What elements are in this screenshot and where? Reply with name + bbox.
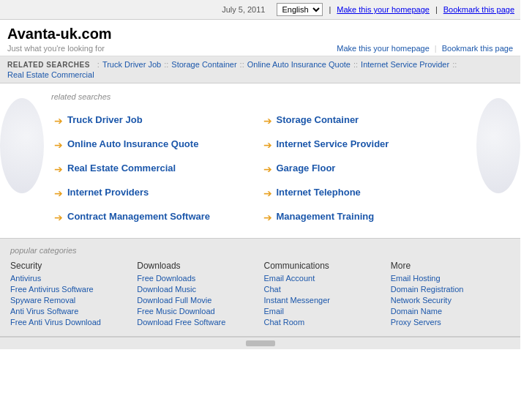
cat-link-email-hosting[interactable]: Email Hosting xyxy=(391,274,510,283)
related-bar-link-0[interactable]: Truck Driver Job xyxy=(102,60,161,69)
list-item: ➔ Truck Driver Job xyxy=(51,108,261,133)
popular-label: popular categories xyxy=(10,246,510,255)
list-item: ➔ Online Auto Insurance Quote xyxy=(51,133,261,157)
top-bar-sep: | xyxy=(329,5,331,14)
search-link-truck-driver-job[interactable]: Truck Driver Job xyxy=(67,114,143,125)
popular-categories-section: popular categories Security Antivirus Fr… xyxy=(0,238,520,337)
cat-link-free-anti-virus-dl[interactable]: Free Anti Virus Download xyxy=(10,318,130,327)
arrow-icon: ➔ xyxy=(54,212,63,223)
date-label: July 5, 2011 xyxy=(222,5,265,14)
list-item: ➔ Internet Providers xyxy=(51,181,261,205)
cat-link-chat-room[interactable]: Chat Room xyxy=(264,318,383,327)
related-searches-label: related searches xyxy=(51,92,469,101)
list-item: ➔ Management Training xyxy=(261,205,470,229)
cat-link-network-security[interactable]: Network Security xyxy=(391,296,510,305)
arrow-icon: ➔ xyxy=(54,187,63,199)
language-select[interactable]: English xyxy=(277,3,323,16)
arrow-icon: ➔ xyxy=(263,187,272,199)
top-bar-sep2: | xyxy=(435,5,438,14)
header: Avanta-uk.com Just what you're looking f… xyxy=(0,20,520,56)
category-downloads: Downloads Free Downloads Download Music … xyxy=(137,261,256,329)
search-link-real-estate[interactable]: Real Estate Commercial xyxy=(67,163,176,174)
cat-link-email-account[interactable]: Email Account xyxy=(264,274,383,283)
right-circle xyxy=(476,98,520,193)
related-bar-link-4[interactable]: Real Estate Commercial xyxy=(7,70,94,79)
cat-link-proxy-servers[interactable]: Proxy Servers xyxy=(391,318,510,327)
left-circle xyxy=(0,98,44,193)
homepage-link-header[interactable]: Make this your homepage xyxy=(337,44,430,53)
category-security: Security Antivirus Free Antivirus Softwa… xyxy=(10,261,130,329)
site-subtitle: Just what you're looking for xyxy=(7,44,112,53)
cat-link-chat[interactable]: Chat xyxy=(264,285,383,294)
related-bar-link-2[interactable]: Online Auto Insurance Quote xyxy=(247,60,351,69)
list-item: ➔ Real Estate Commercial xyxy=(51,157,261,181)
left-decoration xyxy=(0,83,44,238)
header-left: Avanta-uk.com Just what you're looking f… xyxy=(7,26,112,53)
site-title: Avanta-uk.com xyxy=(7,26,112,42)
related-bar-link-1[interactable]: Storage Container xyxy=(171,60,236,69)
cat-link-domain-registration[interactable]: Domain Registration xyxy=(391,285,510,294)
list-item: ➔ Contract Management Software xyxy=(51,205,261,229)
cat-link-free-music-dl[interactable]: Free Music Download xyxy=(137,307,256,316)
related-bar-link-3[interactable]: Internet Service Provider xyxy=(361,60,449,69)
search-link-auto-insurance[interactable]: Online Auto Insurance Quote xyxy=(67,138,198,149)
arrow-icon: ➔ xyxy=(263,212,272,223)
search-link-contract-mgmt[interactable]: Contract Management Software xyxy=(67,211,210,222)
cat-title-security: Security xyxy=(10,261,130,271)
cat-link-free-antivirus[interactable]: Free Antivirus Software xyxy=(10,285,130,294)
search-link-mgmt-training[interactable]: Management Training xyxy=(277,211,375,222)
categories-grid: Security Antivirus Free Antivirus Softwa… xyxy=(10,261,510,329)
category-more: More Email Hosting Domain Registration N… xyxy=(391,261,510,329)
arrow-icon: ➔ xyxy=(54,139,63,151)
list-item: ➔ Internet Service Provider xyxy=(261,133,470,157)
cat-title-more: More xyxy=(391,261,510,271)
main-content: related searches ➔ Truck Driver Job ➔ St… xyxy=(0,83,520,238)
bottom-scrollbar[interactable] xyxy=(0,337,520,349)
arrow-icon: ➔ xyxy=(54,163,63,175)
cat-link-instant-messenger[interactable]: Instant Messenger xyxy=(264,296,383,305)
cat-link-free-downloads[interactable]: Free Downloads xyxy=(137,274,256,283)
cat-link-download-free-sw[interactable]: Download Free Software xyxy=(137,318,256,327)
header-links: Make this your homepage | Bookmark this … xyxy=(337,44,513,53)
cat-link-spyware[interactable]: Spyware Removal xyxy=(10,296,130,305)
list-item: ➔ Internet Telephone xyxy=(261,181,470,205)
search-link-storage-container[interactable]: Storage Container xyxy=(277,114,359,125)
search-link-internet-telephone[interactable]: Internet Telephone xyxy=(277,187,361,198)
right-decoration xyxy=(476,83,520,238)
bookmark-link[interactable]: Bookmark this page xyxy=(443,5,514,14)
arrow-icon: ➔ xyxy=(54,115,63,127)
search-link-garage-floor[interactable]: Garage Floor xyxy=(277,163,336,174)
cat-link-domain-name[interactable]: Domain Name xyxy=(391,307,510,316)
cat-link-download-music[interactable]: Download Music xyxy=(137,285,256,294)
cat-link-email[interactable]: Email xyxy=(264,307,383,316)
cat-title-downloads: Downloads xyxy=(137,261,256,271)
list-item: ➔ Garage Floor xyxy=(261,157,470,181)
scroll-thumb[interactable] xyxy=(246,340,275,346)
cat-link-download-movie[interactable]: Download Full Movie xyxy=(137,296,256,305)
search-link-internet-providers[interactable]: Internet Providers xyxy=(67,187,149,198)
list-item: ➔ Storage Container xyxy=(261,108,470,133)
arrow-icon: ➔ xyxy=(263,163,272,175)
arrow-icon: ➔ xyxy=(263,115,272,127)
cat-link-antivirus[interactable]: Antivirus xyxy=(10,274,130,283)
related-bar-label: RELATED SEARCHES xyxy=(7,61,90,69)
search-results-area: related searches ➔ Truck Driver Job ➔ St… xyxy=(44,83,476,238)
search-link-isp[interactable]: Internet Service Provider xyxy=(277,138,389,149)
search-grid: ➔ Truck Driver Job ➔ Storage Container ➔… xyxy=(51,108,469,229)
category-communications: Communications Email Account Chat Instan… xyxy=(264,261,383,329)
cat-link-anti-virus-software[interactable]: Anti Virus Software xyxy=(10,307,130,316)
arrow-icon: ➔ xyxy=(263,139,272,151)
related-searches-bar: RELATED SEARCHES : Truck Driver Job :: S… xyxy=(0,56,520,83)
top-bar: July 5, 2011 English | Make this your ho… xyxy=(0,0,520,20)
cat-title-communications: Communications xyxy=(264,261,383,271)
homepage-link[interactable]: Make this your homepage xyxy=(337,5,430,14)
bookmark-link-header[interactable]: Bookmark this page xyxy=(442,44,513,53)
